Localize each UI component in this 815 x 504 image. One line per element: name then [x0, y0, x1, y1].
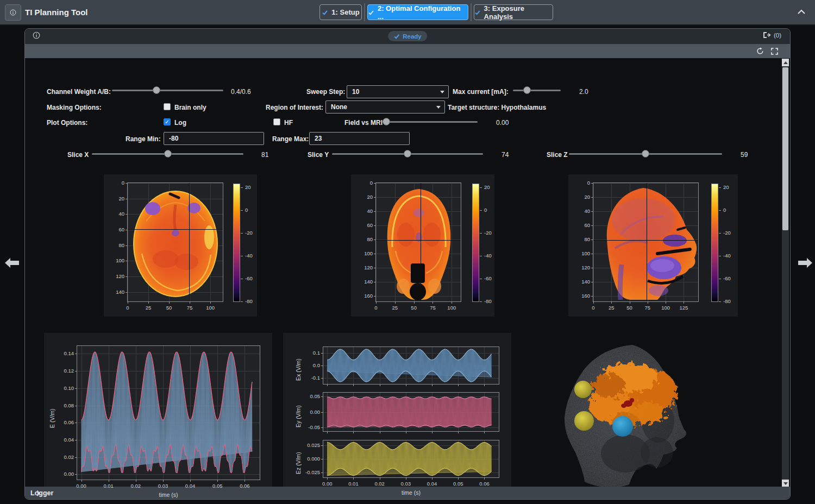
- tick-mark: [374, 183, 376, 184]
- fullscreen-icon: [771, 48, 778, 55]
- y-tick-label: 160: [567, 293, 590, 299]
- slider-handle[interactable]: [404, 150, 411, 158]
- max-current-value: 2.0: [579, 88, 588, 96]
- tick-mark: [432, 301, 433, 304]
- tick-mark: [591, 225, 593, 226]
- status-bar: Ready (0): [25, 29, 790, 44]
- tick-mark: [395, 301, 396, 304]
- tick-mark: [380, 431, 380, 433]
- tick-mark: [327, 384, 328, 386]
- tick-mark: [406, 431, 406, 433]
- step-button-optimal-configuration[interactable]: 2: Optimal Configuration ...: [367, 4, 468, 20]
- field-magnitude-plot: 0.000.010.020.030.040.050.060.000.020.04…: [77, 345, 260, 480]
- main-window: Ready (0) Channel We: [24, 28, 791, 500]
- field-vs-mri-label: Field vs MRI: [344, 119, 383, 127]
- electrode-sphere-yellow-2: [574, 411, 594, 431]
- slice-x-slider[interactable]: [92, 150, 243, 158]
- tick-mark: [374, 197, 376, 198]
- scroll-up-button[interactable]: [782, 59, 789, 66]
- collapse-header-button[interactable]: [795, 5, 807, 17]
- y-tick-label: 60: [102, 226, 124, 232]
- colorbar-tick: [719, 210, 721, 211]
- export-log-button[interactable]: (0): [763, 32, 781, 39]
- x-tick-label: 0.00: [314, 481, 341, 487]
- range-min-input[interactable]: -80: [164, 132, 264, 145]
- arrow-left-icon: [3, 256, 21, 269]
- fullscreen-button[interactable]: [769, 46, 779, 56]
- y-tick-label: 20: [567, 194, 590, 200]
- x-tick-label: 0.01: [340, 481, 367, 487]
- colorbar-tick: [719, 279, 721, 279]
- status-info-icon[interactable]: [33, 32, 40, 41]
- prev-step-arrow[interactable]: [2, 253, 22, 273]
- slider-handle[interactable]: [164, 150, 172, 158]
- tick-mark: [591, 211, 593, 212]
- x-tick-label: 0.03: [392, 481, 419, 487]
- log-checkbox[interactable]: ✓: [164, 118, 171, 125]
- hf-checkbox[interactable]: [273, 118, 280, 125]
- colorbar-tick: [480, 210, 482, 211]
- tick-mark: [163, 480, 164, 482]
- scroll-down-button[interactable]: [782, 480, 789, 487]
- tick-mark: [406, 477, 406, 480]
- slice-z-slider[interactable]: [569, 150, 722, 158]
- range-max-label: Range Max:: [272, 135, 309, 143]
- slider-handle[interactable]: [523, 86, 531, 94]
- tick-mark: [109, 480, 109, 482]
- sign-out-icon: [763, 32, 771, 39]
- tick-mark: [82, 480, 82, 482]
- slice-y-value: 74: [501, 151, 509, 159]
- colorbar-tick: [241, 233, 243, 234]
- tick-mark: [136, 480, 136, 482]
- max-current-slider[interactable]: [513, 86, 561, 94]
- slice-y-slider[interactable]: [332, 150, 483, 158]
- colorbar-tick: [480, 301, 482, 302]
- tick-mark: [321, 459, 323, 459]
- app-info-button[interactable]: [5, 4, 21, 21]
- channel-weight-slider[interactable]: [112, 86, 223, 94]
- colorbar-tick: [241, 210, 243, 211]
- 3d-head-view[interactable]: [544, 339, 726, 498]
- slider-track[interactable]: [112, 90, 223, 91]
- y-tick-label: 140: [350, 279, 373, 285]
- vertical-scrollbar[interactable]: [782, 59, 789, 487]
- tick-mark: [321, 427, 323, 428]
- tick-mark: [75, 440, 77, 440]
- slider-track[interactable]: [513, 90, 561, 91]
- tick-mark: [128, 301, 128, 304]
- tick-mark: [75, 371, 77, 371]
- tick-mark: [374, 211, 376, 212]
- step-button-setup[interactable]: 1: Setup: [319, 4, 362, 20]
- brain-only-checkbox[interactable]: [164, 103, 171, 110]
- scrollbar-thumb[interactable]: [782, 67, 788, 230]
- check-icon: [322, 9, 328, 16]
- tick-mark: [648, 301, 648, 304]
- step-button-exposure-analysis[interactable]: 3: Exposure Analysis: [474, 4, 553, 20]
- y-tick-label: 40: [102, 211, 124, 217]
- info-icon: [33, 32, 40, 39]
- slider-handle[interactable]: [642, 150, 649, 158]
- colorbar-tick-label: 20: [245, 184, 251, 190]
- refresh-button[interactable]: [755, 46, 765, 56]
- coronal-colorbar: 200-20-40-60-80: [472, 184, 479, 302]
- roi-select[interactable]: None: [325, 100, 445, 114]
- next-step-arrow[interactable]: [795, 253, 815, 273]
- x-tick-label: 0.06: [471, 481, 498, 487]
- range-max-input[interactable]: 23: [309, 132, 410, 145]
- tick-mark: [591, 183, 593, 184]
- slider-handle[interactable]: [153, 86, 160, 94]
- crosshair-vertical: [189, 183, 190, 301]
- status-badge: Ready: [388, 31, 427, 41]
- field-vs-mri-slider[interactable]: [383, 118, 478, 125]
- colorbar-tick: [241, 256, 243, 256]
- roi-label: Region of Interest:: [266, 104, 323, 111]
- crosshair-horizontal: [128, 229, 223, 230]
- 3d-head-render: [544, 339, 726, 498]
- ex-plot: 0.10.0-0.1Ex (V/m): [323, 346, 499, 385]
- slider-handle[interactable]: [383, 118, 390, 125]
- triangle-down-icon: [783, 482, 788, 485]
- colorbar-tick-label: -40: [484, 253, 492, 259]
- slider-track[interactable]: [383, 121, 478, 123]
- y-tick-label: 0.025: [297, 442, 320, 448]
- sweep-step-select[interactable]: 10: [347, 85, 449, 98]
